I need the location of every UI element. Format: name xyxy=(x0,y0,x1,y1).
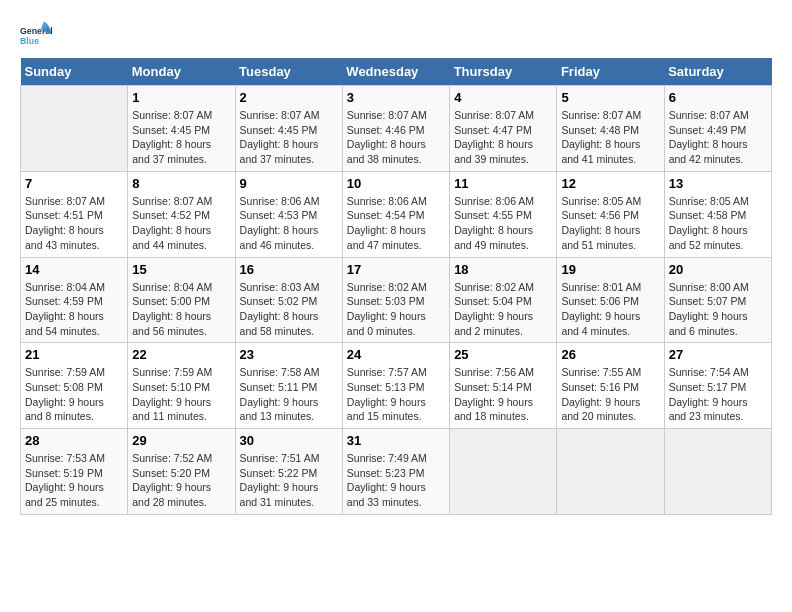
day-info: Sunrise: 8:05 AMSunset: 4:56 PMDaylight:… xyxy=(561,194,659,253)
day-info: Sunrise: 8:06 AMSunset: 4:55 PMDaylight:… xyxy=(454,194,552,253)
calendar-cell: 14Sunrise: 8:04 AMSunset: 4:59 PMDayligh… xyxy=(21,257,128,343)
day-info: Sunrise: 8:06 AMSunset: 4:54 PMDaylight:… xyxy=(347,194,445,253)
day-number: 1 xyxy=(132,90,230,105)
day-info: Sunrise: 7:53 AMSunset: 5:19 PMDaylight:… xyxy=(25,451,123,510)
day-number: 18 xyxy=(454,262,552,277)
weekday-header: Thursday xyxy=(450,58,557,86)
calendar-cell: 19Sunrise: 8:01 AMSunset: 5:06 PMDayligh… xyxy=(557,257,664,343)
day-info: Sunrise: 7:52 AMSunset: 5:20 PMDaylight:… xyxy=(132,451,230,510)
calendar-cell: 6Sunrise: 8:07 AMSunset: 4:49 PMDaylight… xyxy=(664,86,771,172)
calendar-cell: 31Sunrise: 7:49 AMSunset: 5:23 PMDayligh… xyxy=(342,429,449,515)
calendar-cell xyxy=(557,429,664,515)
calendar-cell: 17Sunrise: 8:02 AMSunset: 5:03 PMDayligh… xyxy=(342,257,449,343)
day-number: 27 xyxy=(669,347,767,362)
calendar-cell: 30Sunrise: 7:51 AMSunset: 5:22 PMDayligh… xyxy=(235,429,342,515)
calendar-cell: 25Sunrise: 7:56 AMSunset: 5:14 PMDayligh… xyxy=(450,343,557,429)
day-number: 4 xyxy=(454,90,552,105)
day-number: 31 xyxy=(347,433,445,448)
calendar-cell: 3Sunrise: 8:07 AMSunset: 4:46 PMDaylight… xyxy=(342,86,449,172)
day-info: Sunrise: 7:56 AMSunset: 5:14 PMDaylight:… xyxy=(454,365,552,424)
calendar-week-row: 7Sunrise: 8:07 AMSunset: 4:51 PMDaylight… xyxy=(21,171,772,257)
weekday-header: Tuesday xyxy=(235,58,342,86)
day-number: 21 xyxy=(25,347,123,362)
day-info: Sunrise: 8:03 AMSunset: 5:02 PMDaylight:… xyxy=(240,280,338,339)
calendar-cell: 4Sunrise: 8:07 AMSunset: 4:47 PMDaylight… xyxy=(450,86,557,172)
day-info: Sunrise: 8:07 AMSunset: 4:52 PMDaylight:… xyxy=(132,194,230,253)
weekday-header: Monday xyxy=(128,58,235,86)
day-number: 6 xyxy=(669,90,767,105)
day-number: 2 xyxy=(240,90,338,105)
weekday-header: Sunday xyxy=(21,58,128,86)
day-number: 29 xyxy=(132,433,230,448)
day-number: 19 xyxy=(561,262,659,277)
day-info: Sunrise: 8:04 AMSunset: 4:59 PMDaylight:… xyxy=(25,280,123,339)
day-number: 14 xyxy=(25,262,123,277)
logo: General Blue xyxy=(20,20,52,48)
calendar-cell xyxy=(664,429,771,515)
day-number: 20 xyxy=(669,262,767,277)
day-number: 8 xyxy=(132,176,230,191)
day-info: Sunrise: 8:07 AMSunset: 4:46 PMDaylight:… xyxy=(347,108,445,167)
day-info: Sunrise: 8:02 AMSunset: 5:04 PMDaylight:… xyxy=(454,280,552,339)
day-info: Sunrise: 7:54 AMSunset: 5:17 PMDaylight:… xyxy=(669,365,767,424)
day-number: 22 xyxy=(132,347,230,362)
calendar-cell: 9Sunrise: 8:06 AMSunset: 4:53 PMDaylight… xyxy=(235,171,342,257)
day-info: Sunrise: 8:07 AMSunset: 4:48 PMDaylight:… xyxy=(561,108,659,167)
day-number: 3 xyxy=(347,90,445,105)
day-info: Sunrise: 8:07 AMSunset: 4:49 PMDaylight:… xyxy=(669,108,767,167)
calendar-week-row: 1Sunrise: 8:07 AMSunset: 4:45 PMDaylight… xyxy=(21,86,772,172)
day-number: 9 xyxy=(240,176,338,191)
day-number: 11 xyxy=(454,176,552,191)
day-info: Sunrise: 8:05 AMSunset: 4:58 PMDaylight:… xyxy=(669,194,767,253)
day-info: Sunrise: 7:59 AMSunset: 5:10 PMDaylight:… xyxy=(132,365,230,424)
day-number: 10 xyxy=(347,176,445,191)
calendar-cell: 2Sunrise: 8:07 AMSunset: 4:45 PMDaylight… xyxy=(235,86,342,172)
weekday-header: Friday xyxy=(557,58,664,86)
calendar-cell: 21Sunrise: 7:59 AMSunset: 5:08 PMDayligh… xyxy=(21,343,128,429)
day-info: Sunrise: 8:00 AMSunset: 5:07 PMDaylight:… xyxy=(669,280,767,339)
day-info: Sunrise: 8:07 AMSunset: 4:51 PMDaylight:… xyxy=(25,194,123,253)
day-info: Sunrise: 8:07 AMSunset: 4:47 PMDaylight:… xyxy=(454,108,552,167)
day-info: Sunrise: 7:51 AMSunset: 5:22 PMDaylight:… xyxy=(240,451,338,510)
calendar-cell: 15Sunrise: 8:04 AMSunset: 5:00 PMDayligh… xyxy=(128,257,235,343)
day-info: Sunrise: 7:58 AMSunset: 5:11 PMDaylight:… xyxy=(240,365,338,424)
day-info: Sunrise: 7:57 AMSunset: 5:13 PMDaylight:… xyxy=(347,365,445,424)
calendar-cell: 8Sunrise: 8:07 AMSunset: 4:52 PMDaylight… xyxy=(128,171,235,257)
calendar-cell: 28Sunrise: 7:53 AMSunset: 5:19 PMDayligh… xyxy=(21,429,128,515)
calendar-cell: 18Sunrise: 8:02 AMSunset: 5:04 PMDayligh… xyxy=(450,257,557,343)
day-info: Sunrise: 8:07 AMSunset: 4:45 PMDaylight:… xyxy=(240,108,338,167)
day-info: Sunrise: 8:02 AMSunset: 5:03 PMDaylight:… xyxy=(347,280,445,339)
calendar-cell: 23Sunrise: 7:58 AMSunset: 5:11 PMDayligh… xyxy=(235,343,342,429)
day-info: Sunrise: 8:01 AMSunset: 5:06 PMDaylight:… xyxy=(561,280,659,339)
calendar-cell: 7Sunrise: 8:07 AMSunset: 4:51 PMDaylight… xyxy=(21,171,128,257)
calendar-cell: 11Sunrise: 8:06 AMSunset: 4:55 PMDayligh… xyxy=(450,171,557,257)
calendar-header-row: SundayMondayTuesdayWednesdayThursdayFrid… xyxy=(21,58,772,86)
svg-text:Blue: Blue xyxy=(20,36,39,46)
weekday-header: Wednesday xyxy=(342,58,449,86)
calendar-cell: 22Sunrise: 7:59 AMSunset: 5:10 PMDayligh… xyxy=(128,343,235,429)
calendar-cell: 26Sunrise: 7:55 AMSunset: 5:16 PMDayligh… xyxy=(557,343,664,429)
day-info: Sunrise: 7:59 AMSunset: 5:08 PMDaylight:… xyxy=(25,365,123,424)
day-number: 28 xyxy=(25,433,123,448)
calendar-cell: 24Sunrise: 7:57 AMSunset: 5:13 PMDayligh… xyxy=(342,343,449,429)
day-info: Sunrise: 8:07 AMSunset: 4:45 PMDaylight:… xyxy=(132,108,230,167)
day-info: Sunrise: 7:49 AMSunset: 5:23 PMDaylight:… xyxy=(347,451,445,510)
calendar-week-row: 21Sunrise: 7:59 AMSunset: 5:08 PMDayligh… xyxy=(21,343,772,429)
calendar-week-row: 14Sunrise: 8:04 AMSunset: 4:59 PMDayligh… xyxy=(21,257,772,343)
calendar-cell: 13Sunrise: 8:05 AMSunset: 4:58 PMDayligh… xyxy=(664,171,771,257)
calendar-cell: 29Sunrise: 7:52 AMSunset: 5:20 PMDayligh… xyxy=(128,429,235,515)
day-number: 7 xyxy=(25,176,123,191)
calendar-cell: 12Sunrise: 8:05 AMSunset: 4:56 PMDayligh… xyxy=(557,171,664,257)
day-number: 25 xyxy=(454,347,552,362)
day-info: Sunrise: 8:06 AMSunset: 4:53 PMDaylight:… xyxy=(240,194,338,253)
calendar-week-row: 28Sunrise: 7:53 AMSunset: 5:19 PMDayligh… xyxy=(21,429,772,515)
day-number: 26 xyxy=(561,347,659,362)
day-info: Sunrise: 8:04 AMSunset: 5:00 PMDaylight:… xyxy=(132,280,230,339)
weekday-header: Saturday xyxy=(664,58,771,86)
calendar-cell: 1Sunrise: 8:07 AMSunset: 4:45 PMDaylight… xyxy=(128,86,235,172)
day-number: 23 xyxy=(240,347,338,362)
calendar-cell: 16Sunrise: 8:03 AMSunset: 5:02 PMDayligh… xyxy=(235,257,342,343)
day-number: 16 xyxy=(240,262,338,277)
day-number: 13 xyxy=(669,176,767,191)
day-info: Sunrise: 7:55 AMSunset: 5:16 PMDaylight:… xyxy=(561,365,659,424)
